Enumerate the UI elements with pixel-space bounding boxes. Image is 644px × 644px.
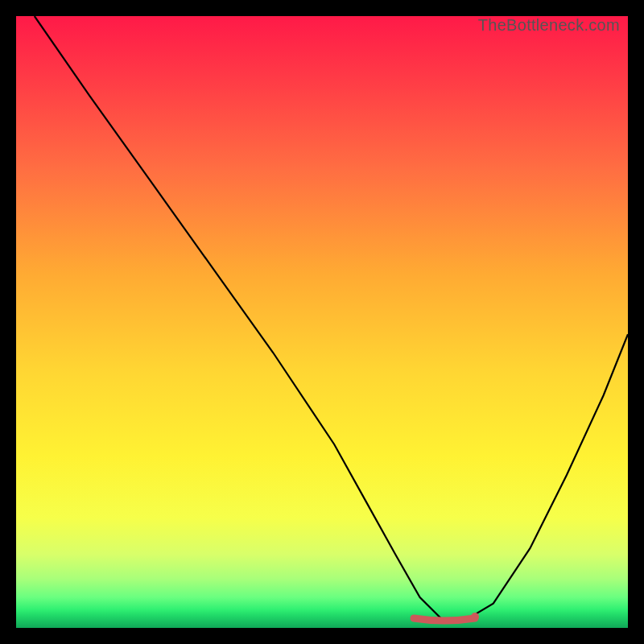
plateau-marker	[414, 618, 475, 621]
watermark-text: TheBottleneck.com	[478, 16, 620, 35]
chart-frame: TheBottleneck.com	[16, 16, 628, 628]
plateau-end-dot	[471, 613, 479, 621]
bottleneck-curve-line	[35, 16, 628, 621]
chart-svg	[16, 16, 628, 628]
